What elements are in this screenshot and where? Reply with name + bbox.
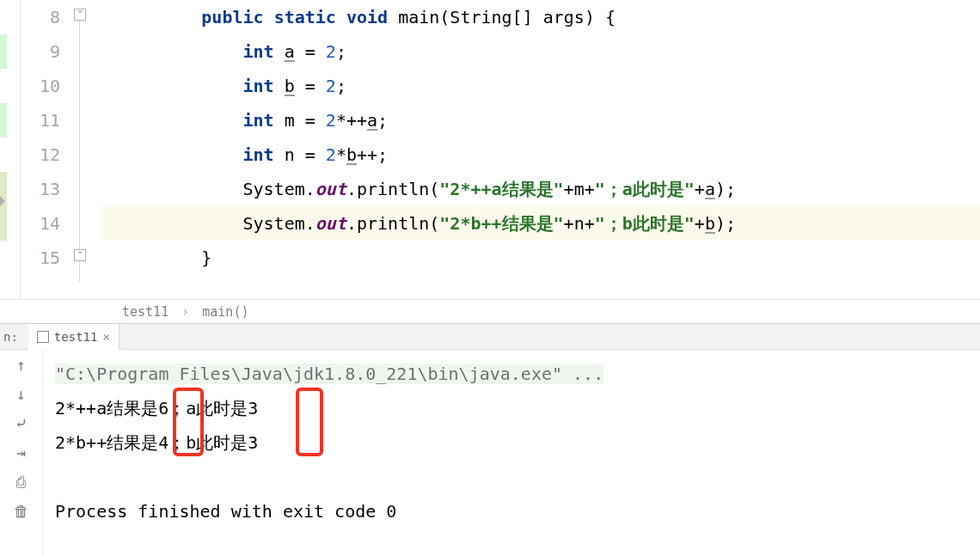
- line-number: 14: [21, 206, 60, 241]
- marker-gutter: [0, 0, 21, 299]
- change-marker: [0, 103, 7, 137]
- fold-guide: [79, 17, 80, 282]
- console-line: 2*b++结果是4；b此时是3: [55, 425, 968, 460]
- code-line[interactable]: System.out.println("2*++a结果是"+m+"；a此时是"+…: [119, 172, 980, 206]
- code-line[interactable]: int b = 2;: [119, 69, 980, 103]
- run-tab-title: test11: [54, 330, 98, 344]
- code-line[interactable]: public static void main(String[] args) {: [119, 0, 980, 34]
- fold-collapse-icon[interactable]: [74, 249, 86, 261]
- chevron-right-icon: ›: [181, 304, 189, 320]
- scroll-up-icon[interactable]: ↑: [12, 355, 31, 374]
- line-number: 8: [21, 0, 60, 34]
- run-header: n: test11 ×: [0, 324, 980, 350]
- print-icon[interactable]: ⎙: [12, 472, 31, 491]
- code-line[interactable]: int a = 2;: [119, 34, 980, 69]
- code-line[interactable]: }: [119, 241, 980, 275]
- run-tool-window: n: test11 × ↑ ↓ ⤶ ⇥ ⎙ 🗑 "C:\Program File…: [0, 323, 980, 556]
- run-config-icon: [37, 331, 49, 343]
- scroll-to-end-icon[interactable]: ⇥: [12, 443, 31, 461]
- line-number-gutter: 89101112131415: [21, 0, 70, 299]
- breadcrumb-method[interactable]: main(): [202, 304, 248, 320]
- code-line[interactable]: System.out.println("2*b++结果是"+n+"；b此时是"+…: [119, 206, 980, 241]
- console-output[interactable]: "C:\Program Files\Java\jdk1.8.0_221\bin\…: [43, 350, 980, 556]
- change-marker: [0, 34, 7, 69]
- console-command: "C:\Program Files\Java\jdk1.8.0_221\bin\…: [55, 364, 603, 384]
- line-number: 12: [21, 137, 60, 172]
- close-icon[interactable]: ×: [102, 330, 109, 344]
- trash-icon[interactable]: 🗑: [12, 501, 31, 520]
- breadcrumb-class[interactable]: test11: [122, 304, 168, 320]
- console-exit-line: Process finished with exit code 0: [55, 494, 968, 529]
- run-tab[interactable]: test11 ×: [28, 324, 119, 350]
- code-line[interactable]: int n = 2*b++;: [119, 137, 980, 172]
- fold-column: [70, 0, 101, 299]
- breadcrumb[interactable]: test11 › main(): [0, 299, 980, 323]
- code-line[interactable]: int m = 2*++a;: [119, 103, 980, 137]
- line-number: 13: [21, 172, 60, 206]
- line-number: 9: [21, 34, 60, 69]
- line-number: 11: [21, 103, 60, 137]
- fold-collapse-icon[interactable]: [74, 9, 86, 21]
- expand-chevron-icon[interactable]: [0, 194, 5, 208]
- line-number: 15: [21, 241, 60, 275]
- scroll-down-icon[interactable]: ↓: [12, 384, 31, 403]
- run-label: n:: [0, 330, 28, 344]
- code-area[interactable]: public static void main(String[] args) {…: [101, 0, 980, 299]
- line-number: 10: [21, 69, 60, 103]
- soft-wrap-icon[interactable]: ⤶: [12, 413, 31, 432]
- console-line: [55, 460, 968, 494]
- code-editor[interactable]: 89101112131415 public static void main(S…: [0, 0, 980, 299]
- console-line: 2*++a结果是6；a此时是3: [55, 391, 968, 425]
- run-toolbar: ↑ ↓ ⤶ ⇥ ⎙ 🗑: [0, 350, 43, 556]
